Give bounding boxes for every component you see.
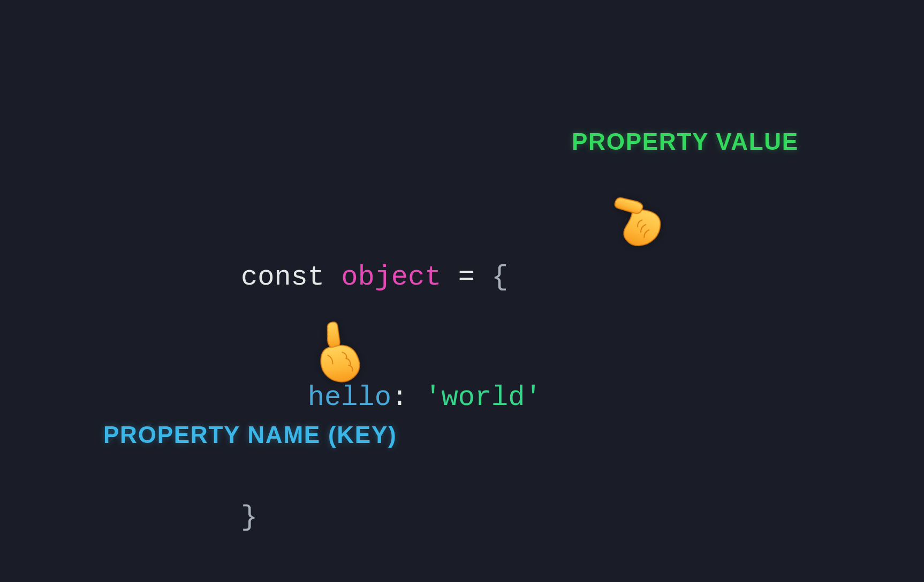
- code-line-3: }: [241, 488, 542, 547]
- point-up-icon: [303, 317, 370, 389]
- token-close-brace: }: [241, 502, 257, 533]
- code-line-1: const object = {: [241, 248, 542, 307]
- token-keyword-const: const: [241, 262, 324, 293]
- label-property-value: PROPERTY VALUE: [572, 128, 799, 155]
- slide: PROPERTY VALUE const object = { hello: '…: [0, 0, 924, 582]
- label-property-key: PROPERTY NAME (KEY): [103, 422, 397, 448]
- code-line-2: hello: 'world': [241, 369, 542, 427]
- token-colon: :: [391, 382, 425, 413]
- point-left-icon: [600, 181, 677, 261]
- token-assign: =: [441, 262, 491, 293]
- token-string-world: 'world': [425, 382, 541, 413]
- code-block: const object = { hello: 'world' }: [241, 187, 542, 582]
- token-identifier-object: object: [341, 262, 441, 293]
- token-indent: [241, 382, 308, 413]
- token-open-brace: {: [491, 262, 508, 293]
